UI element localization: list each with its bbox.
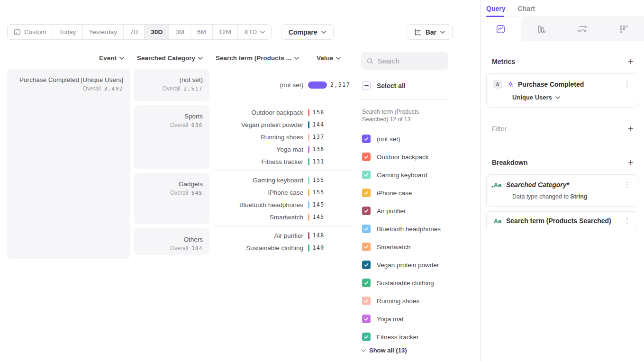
checkbox-checked[interactable] xyxy=(362,171,371,179)
table-row[interactable]: Bluetooth headphones145 xyxy=(213,199,354,211)
tab-query[interactable]: Query xyxy=(486,5,505,12)
column-header-term-label: Search term (Products ... xyxy=(216,54,291,62)
checkbox-checked[interactable] xyxy=(362,153,371,161)
value-cell: 148 xyxy=(308,232,325,239)
search-input[interactable] xyxy=(378,57,443,65)
category-cell[interactable]: (not set)Overall 2,517 xyxy=(134,69,209,101)
value-bar xyxy=(308,121,309,128)
checkbox-checked[interactable] xyxy=(362,243,371,251)
term-checkbox-item[interactable]: Bluetooth headphones xyxy=(362,220,448,238)
table-row[interactable]: Yoga mat136 xyxy=(213,143,354,155)
term-checkbox-label: Yoga mat xyxy=(377,316,404,323)
term-checkbox-item[interactable]: Running shoes xyxy=(362,292,448,310)
checkbox-checked[interactable] xyxy=(362,333,371,341)
term-checkbox-label: Outdoor backpack xyxy=(377,153,429,161)
table-row[interactable]: Running shoes137 xyxy=(213,131,354,143)
select-all-row[interactable]: Select all xyxy=(362,81,406,90)
checkbox-checked[interactable] xyxy=(362,225,371,233)
checkbox-checked[interactable] xyxy=(362,189,371,197)
table-row[interactable]: Vegan protein powder144 xyxy=(213,118,354,131)
date-range-3m[interactable]: 3M xyxy=(169,25,191,39)
column-header-event[interactable]: Event xyxy=(7,54,124,62)
table-row[interactable]: Outdoor backpack158 xyxy=(213,106,354,118)
term-checkbox-item[interactable]: Yoga mat xyxy=(362,310,448,328)
table-row[interactable]: Sustainable clothing140 xyxy=(213,242,354,254)
category-cell[interactable]: SportsOverall 636 xyxy=(134,105,209,169)
checkbox-checked[interactable] xyxy=(362,261,371,269)
breakdown-title: Breakdown xyxy=(492,159,527,166)
value-number: 145 xyxy=(313,201,325,208)
checkbox-checked[interactable] xyxy=(362,315,371,323)
chevron-down-icon xyxy=(555,96,560,99)
tab-flows[interactable] xyxy=(562,17,604,41)
term-checkbox-item[interactable]: Air purifier xyxy=(362,202,448,220)
tab-funnels[interactable] xyxy=(521,17,562,41)
add-breakdown-button[interactable]: + xyxy=(627,158,635,167)
term-checkbox-item[interactable]: Fitness tracker xyxy=(362,328,448,346)
breakdown-property-name: Searched Category* xyxy=(506,181,618,189)
tab-insights[interactable] xyxy=(481,17,521,41)
term-checkbox-item[interactable]: Gaming keyboard xyxy=(362,166,448,184)
table-row[interactable]: iPhone case155 xyxy=(213,186,354,199)
column-header-searched-category[interactable]: Searched Category xyxy=(134,54,203,62)
checkbox-checked[interactable] xyxy=(362,135,371,143)
metric-card[interactable]: A Purchase Completed ⋮ Unique Users xyxy=(486,73,638,108)
date-range-30d[interactable]: 30D xyxy=(145,25,169,39)
table-row[interactable]: Gaming keyboard155 xyxy=(213,174,354,186)
category-cell[interactable]: GadgetsOverall 545 xyxy=(134,173,209,224)
checkmark-icon xyxy=(363,262,369,268)
table-row[interactable]: (not set)2,517 xyxy=(213,70,354,100)
table-row[interactable]: Air purifier148 xyxy=(213,229,354,242)
breakdown-menu-button[interactable]: ⋮ xyxy=(622,217,632,224)
metric-menu-button[interactable]: ⋮ xyxy=(622,81,632,88)
add-metric-button[interactable]: + xyxy=(627,57,635,66)
value-cell: 144 xyxy=(308,121,325,128)
term-checkbox-label: Air purifier xyxy=(377,208,406,215)
term-checkbox-item[interactable]: iPhone case xyxy=(362,184,448,202)
select-all-checkbox[interactable] xyxy=(362,81,371,90)
checkbox-checked[interactable] xyxy=(362,297,371,305)
term-checkbox-item[interactable]: Sustainable clothing xyxy=(362,274,448,292)
date-range-7d[interactable]: 7D xyxy=(124,25,145,39)
value-number: 2,517 xyxy=(330,81,350,88)
breakdown-card-searched-category[interactable]: *Aa Searched Category* ⋮ Data type chang… xyxy=(486,174,638,207)
search-box[interactable] xyxy=(361,52,448,70)
category-cell[interactable]: OthersOverall 384 xyxy=(134,228,209,255)
column-header-search-term[interactable]: Search term (Products ... xyxy=(216,54,299,62)
event-cell[interactable]: Purchase Completed [Unique Users] Overal… xyxy=(7,69,130,259)
search-icon xyxy=(367,57,373,65)
date-range-custom[interactable]: Custom xyxy=(8,25,53,39)
tab-retention[interactable] xyxy=(603,17,644,41)
value-number: 131 xyxy=(313,158,325,165)
checkbox-checked[interactable] xyxy=(362,279,371,287)
date-range-xtd[interactable]: XTD xyxy=(238,25,271,39)
table-row[interactable]: Fitness tracker131 xyxy=(213,155,354,168)
date-range-12m[interactable]: 12M xyxy=(213,25,238,39)
date-range-label: 30D xyxy=(151,28,163,36)
note-prefix: Data type changed to xyxy=(512,193,570,200)
compare-button[interactable]: Compare xyxy=(281,24,334,40)
term-checkbox-item[interactable]: Vegan protein powder xyxy=(362,256,448,274)
aggregation-selector[interactable]: Unique Users xyxy=(512,94,632,101)
term-checkbox-item[interactable]: Outdoor backpack xyxy=(362,148,448,166)
value-bar xyxy=(308,109,309,116)
date-range-yesterday[interactable]: Yesterday xyxy=(83,25,124,39)
table-row[interactable]: Smartwatch145 xyxy=(213,211,354,223)
show-all-button[interactable]: Show all (13) xyxy=(361,347,407,354)
value-number: 144 xyxy=(313,121,325,128)
overall-label: Overall xyxy=(170,190,188,196)
tab-chart[interactable]: Chart xyxy=(517,5,535,12)
date-range-today[interactable]: Today xyxy=(53,25,83,39)
breakdown-card-search-term[interactable]: Aa Search term (Products Searched) ⋮ xyxy=(486,211,638,230)
term-checkbox-label: Fitness tracker xyxy=(377,334,419,341)
checkbox-checked[interactable] xyxy=(362,207,371,215)
event-name: Purchase Completed [Unique Users] xyxy=(7,76,123,83)
column-header-value[interactable]: Value xyxy=(317,54,341,62)
breakdown-menu-button[interactable]: ⋮ xyxy=(622,181,632,188)
filter-header: Filter + xyxy=(492,124,635,134)
term-checkbox-item[interactable]: Smartwatch xyxy=(362,238,448,256)
date-range-6m[interactable]: 6M xyxy=(191,25,213,39)
term-checkbox-item[interactable]: (not set) xyxy=(362,130,448,148)
add-filter-button[interactable]: + xyxy=(627,124,635,134)
retention-icon xyxy=(619,25,628,34)
